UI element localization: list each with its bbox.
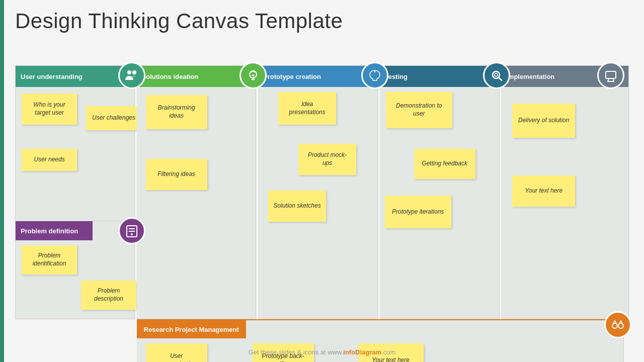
- svg-rect-14: [606, 71, 616, 78]
- icon-implementation: [597, 62, 624, 89]
- icon-prototype: [361, 62, 388, 89]
- column-prototype-creation: Prototype creation Idea presentations Pr…: [258, 65, 378, 319]
- sticky-prototype-iterations: Prototype iterations: [385, 196, 451, 228]
- column-user-understanding: User understanding Who is your target us…: [15, 65, 135, 221]
- problem-label: Problem definition: [16, 221, 93, 240]
- sticky-solution-sketches: Solution sketches: [268, 191, 326, 222]
- col-label-prototype: Prototype creation: [263, 73, 321, 80]
- col-header-implementation: Implementation: [501, 66, 628, 87]
- sticky-getting-feedback: Getting feedback: [414, 149, 475, 179]
- left-accent-bar: [0, 0, 4, 362]
- icon-testing: [483, 62, 510, 89]
- svg-point-1: [132, 70, 136, 74]
- sticky-user-challenges: User challenges: [86, 106, 141, 130]
- sticky-user-needs: User needs: [22, 149, 77, 171]
- sticky-demonstration: Demonstration to user: [386, 92, 452, 128]
- sticky-problem-description: Problem description: [81, 281, 136, 310]
- svg-point-9: [252, 74, 254, 76]
- page: Design Thinking Canvas Template User und…: [0, 0, 644, 362]
- col-header-user: User understanding: [16, 66, 134, 87]
- svg-line-13: [499, 77, 502, 80]
- sticky-problem-identification: Problem identification: [22, 245, 77, 275]
- sticky-delivery: Delivery of solution: [512, 104, 575, 138]
- page-title: Design Thinking Canvas Template: [15, 9, 629, 33]
- icon-user: [118, 62, 145, 89]
- sticky-idea-presentations: Idea presentations: [278, 92, 336, 125]
- title-area: Design Thinking Canvas Template: [15, 9, 629, 33]
- col-label-user: User understanding: [21, 73, 83, 80]
- svg-point-19: [618, 323, 623, 328]
- sticky-your-text-impl: Your text here: [512, 175, 575, 207]
- icon-problem: [118, 217, 145, 244]
- sticky-product-mockups: Product mock-ups: [298, 144, 356, 175]
- sticky-who-target-user: Who is your target user: [22, 94, 77, 125]
- research-label: Research Project Management: [137, 320, 246, 338]
- col-label-solutions: Solutions ideation: [142, 73, 199, 80]
- svg-point-18: [612, 323, 617, 328]
- icon-research: [604, 311, 631, 338]
- svg-point-0: [127, 70, 131, 74]
- column-implementation: Implementation Delivery of solution Your…: [501, 65, 629, 319]
- col-label-implementation: Implementation: [506, 73, 554, 80]
- column-solutions-ideation: Solutions ideation Brainstorming ideas F…: [137, 65, 257, 319]
- footer-brand: infoDiagram: [343, 348, 381, 356]
- footer: Get these slides & icons at www.infoDiag…: [15, 348, 629, 356]
- column-problem-definition: Problem definition Problem identificatio…: [15, 221, 135, 319]
- col-header-solutions: Solutions ideation: [137, 66, 256, 87]
- sticky-brainstorming: Brainstorming ideas: [146, 95, 207, 129]
- col-header-prototype: Prototype creation: [258, 66, 377, 87]
- col-header-testing: Testing: [380, 66, 499, 87]
- svg-point-5: [131, 233, 133, 235]
- sticky-filtering: Filtering ideas: [146, 159, 207, 190]
- svg-point-12: [495, 73, 498, 76]
- column-testing: Testing Demonstration to user Getting fe…: [380, 65, 500, 319]
